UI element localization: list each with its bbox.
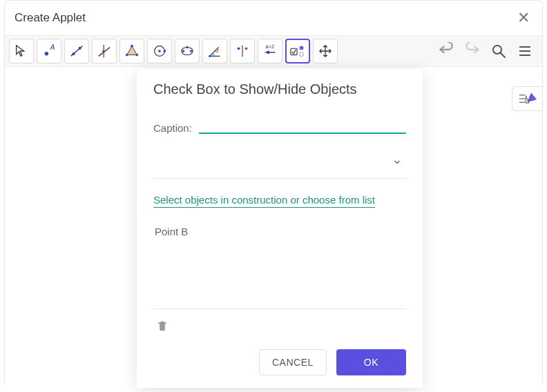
tool-angle[interactable]: α xyxy=(202,39,227,63)
svg-point-14 xyxy=(164,50,166,52)
cancel-button[interactable]: CANCEL xyxy=(259,349,327,375)
undo-icon[interactable] xyxy=(433,38,459,64)
caption-input[interactable] xyxy=(199,115,406,134)
caption-label: Caption: xyxy=(153,122,192,134)
caption-row: Caption: xyxy=(153,115,406,134)
list-item[interactable]: Point B xyxy=(155,226,405,237)
svg-point-30 xyxy=(493,46,501,54)
svg-point-13 xyxy=(158,50,161,52)
tool-checkbox[interactable] xyxy=(285,39,310,63)
tool-slider[interactable]: a=2 xyxy=(258,39,282,63)
svg-point-29 xyxy=(300,52,304,57)
dialog-buttons: CANCEL OK xyxy=(153,349,406,375)
svg-point-10 xyxy=(136,54,139,57)
svg-point-17 xyxy=(190,50,192,52)
svg-point-25 xyxy=(267,51,270,55)
svg-point-23 xyxy=(245,48,248,50)
svg-marker-8 xyxy=(127,46,137,55)
tool-point[interactable]: A xyxy=(37,39,61,63)
trash-icon[interactable] xyxy=(153,316,171,335)
svg-point-16 xyxy=(182,50,184,52)
svg-point-22 xyxy=(238,48,240,50)
svg-text:α: α xyxy=(215,48,219,54)
svg-point-9 xyxy=(131,45,133,48)
select-objects-link[interactable]: Select objects in construction or choose… xyxy=(153,194,375,208)
redo-icon[interactable] xyxy=(459,38,486,64)
object-list: Point B xyxy=(153,220,406,303)
tool-circle[interactable] xyxy=(147,39,172,63)
tool-ellipse[interactable] xyxy=(175,39,200,63)
svg-point-0 xyxy=(45,52,49,56)
divider xyxy=(153,308,406,309)
window-title: Create Applet xyxy=(15,11,86,25)
tool-group: A α xyxy=(9,39,338,63)
svg-rect-40 xyxy=(160,324,165,330)
svg-point-7 xyxy=(102,50,105,53)
svg-point-28 xyxy=(300,46,304,50)
svg-point-18 xyxy=(186,46,188,48)
checkbox-dialog: Check Box to Show/Hide Objects Caption: … xyxy=(137,69,423,388)
divider xyxy=(153,178,406,179)
ok-button[interactable]: OK xyxy=(336,349,406,375)
toolbar: A α xyxy=(5,35,542,67)
tool-reflect[interactable] xyxy=(230,39,255,63)
svg-rect-41 xyxy=(158,322,166,324)
tool-perpendicular[interactable] xyxy=(92,39,117,63)
tool-line[interactable] xyxy=(64,39,89,63)
svg-line-31 xyxy=(501,53,505,57)
tool-move[interactable] xyxy=(9,39,34,63)
algebra-panel-toggle[interactable] xyxy=(512,86,542,111)
svg-marker-39 xyxy=(528,93,536,101)
menu-icon[interactable] xyxy=(512,38,538,64)
svg-text:A: A xyxy=(50,43,55,51)
svg-point-3 xyxy=(72,52,75,55)
svg-text:a=2: a=2 xyxy=(266,43,274,50)
chevron-down-icon[interactable] xyxy=(388,153,406,171)
search-icon[interactable] xyxy=(486,38,512,64)
svg-point-4 xyxy=(79,47,81,50)
object-dropdown[interactable] xyxy=(153,153,406,171)
tool-move-view[interactable] xyxy=(313,39,338,63)
close-icon[interactable]: ✕ xyxy=(515,8,532,28)
svg-point-20 xyxy=(209,55,211,57)
dialog-title: Check Box to Show/Hide Objects xyxy=(153,81,406,97)
tool-polygon[interactable] xyxy=(119,39,144,63)
titlebar: Create Applet ✕ xyxy=(5,1,542,35)
svg-point-11 xyxy=(126,54,128,57)
